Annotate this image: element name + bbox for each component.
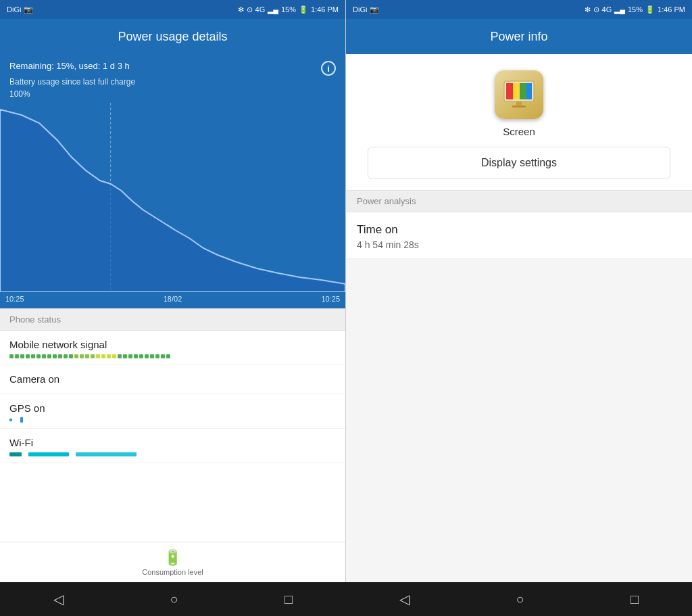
battery-icon-right: 🔋 bbox=[645, 5, 655, 14]
bt-icon-right: ✻ bbox=[585, 5, 591, 14]
right-screen: DiGi 📷 ✻ ⊙ 4G ▂▄ 15% 🔋 1:46 PM Power inf… bbox=[346, 0, 692, 582]
time-right: 1:46 PM bbox=[658, 5, 685, 14]
time-on-value: 4 h 54 min 28s bbox=[357, 239, 681, 250]
display-settings-button[interactable]: Display settings bbox=[368, 147, 670, 179]
svg-rect-6 bbox=[513, 83, 520, 99]
app-title-right: Power info bbox=[490, 30, 547, 44]
home-button-left[interactable]: ○ bbox=[170, 592, 178, 607]
consumption-icon: 🔋 bbox=[164, 549, 182, 567]
signal-icon-right: 4G bbox=[602, 5, 612, 14]
svg-rect-10 bbox=[512, 105, 526, 108]
battery-pct-right: 15% bbox=[628, 5, 643, 14]
timestamp-center: 18/02 bbox=[164, 295, 182, 303]
time-on-label: Time on bbox=[357, 223, 681, 237]
back-button-right[interactable]: ◁ bbox=[399, 591, 410, 607]
screen-icon-area: Screen Display settings bbox=[346, 54, 692, 190]
info-icon[interactable]: i bbox=[321, 61, 336, 76]
carrier-right: DiGi bbox=[353, 5, 367, 14]
battery-icon-left: 🔋 bbox=[299, 5, 308, 14]
back-button-left[interactable]: ◁ bbox=[53, 591, 64, 607]
time-on-item: Time on 4 h 54 min 28s bbox=[346, 212, 692, 259]
signal-bars-right: ▂▄ bbox=[614, 5, 625, 14]
status-list: Mobile network signal bbox=[0, 331, 345, 542]
status-label-mobile: Mobile network signal bbox=[9, 339, 336, 350]
list-item: GPS on bbox=[0, 394, 345, 429]
recent-button-right[interactable]: □ bbox=[631, 592, 639, 607]
left-screen: DiGi 📷 ✻ ⊙ 4G ▂▄ 15% 🔋 1:46 PM Power usa… bbox=[0, 0, 346, 582]
signal-bars: ▂▄ bbox=[268, 5, 278, 14]
app-bar-left: Power usage details bbox=[0, 19, 345, 54]
list-item: Wi-Fi bbox=[0, 429, 345, 463]
carrier-icon-left: 📷 bbox=[24, 5, 33, 14]
phone-status-header: Phone status bbox=[0, 308, 345, 331]
signal-icon: 4G bbox=[255, 5, 266, 14]
status-label-wifi: Wi-Fi bbox=[9, 437, 336, 448]
signal-bar-gps bbox=[9, 417, 336, 423]
nav-bar-left: ◁ ○ □ bbox=[0, 582, 346, 616]
timestamp-left: 10:25 bbox=[5, 295, 24, 303]
nav-bar-right: ◁ ○ □ bbox=[346, 582, 692, 616]
alarm-icon-right: ⊙ bbox=[593, 5, 599, 14]
screen-app-label: Screen bbox=[503, 126, 535, 137]
timestamp-right: 10:25 bbox=[321, 295, 340, 303]
screen-app-icon bbox=[495, 70, 543, 119]
status-bar-left: DiGi 📷 ✻ ⊙ 4G ▂▄ 15% 🔋 1:46 PM bbox=[0, 0, 345, 19]
svg-rect-9 bbox=[516, 101, 522, 105]
battery-remaining: Remaining: 15%, used: 1 d 3 h bbox=[9, 61, 130, 71]
battery-percent: 100% bbox=[9, 89, 336, 99]
status-label-camera: Camera on bbox=[9, 373, 336, 385]
battery-chart bbox=[0, 103, 345, 292]
carrier-icons-right: 📷 bbox=[370, 5, 379, 14]
app-bar-right: Power info bbox=[346, 19, 692, 54]
recent-button-left[interactable]: □ bbox=[285, 592, 293, 607]
carrier-left: DiGi bbox=[7, 5, 21, 14]
status-label-gps: GPS on bbox=[9, 402, 336, 414]
home-button-right[interactable]: ○ bbox=[516, 592, 524, 607]
chart-timestamps: 10:25 18/02 10:25 bbox=[0, 292, 345, 308]
signal-bar-wifi bbox=[9, 452, 336, 457]
svg-rect-7 bbox=[520, 83, 526, 99]
svg-rect-8 bbox=[526, 83, 532, 99]
consumption-label: Consumption level bbox=[142, 568, 203, 576]
consumption-level-tab[interactable]: 🔋 Consumption level bbox=[0, 542, 345, 582]
app-title-left: Power usage details bbox=[118, 30, 227, 44]
bottom-nav-bars: ◁ ○ □ ◁ ○ □ bbox=[0, 582, 692, 616]
battery-pct-left: 15% bbox=[281, 5, 296, 14]
signal-bar-mobile bbox=[9, 354, 336, 359]
status-bar-right: DiGi 📷 ✻ ⊙ 4G ▂▄ 15% 🔋 1:46 PM bbox=[346, 0, 692, 19]
time-left: 1:46 PM bbox=[311, 5, 339, 14]
list-item: Camera on bbox=[0, 365, 345, 394]
battery-since: Battery usage since last full charge bbox=[9, 77, 336, 87]
svg-rect-5 bbox=[506, 83, 513, 99]
power-info-content: Screen Display settings Power analysis T… bbox=[346, 54, 692, 582]
power-analysis-header: Power analysis bbox=[346, 190, 692, 212]
battery-chart-area: Remaining: 15%, used: 1 d 3 h i Battery … bbox=[0, 54, 345, 103]
alarm-icon: ⊙ bbox=[247, 5, 253, 14]
list-item: Mobile network signal bbox=[0, 331, 345, 365]
bt-icon: ✻ bbox=[238, 5, 244, 14]
